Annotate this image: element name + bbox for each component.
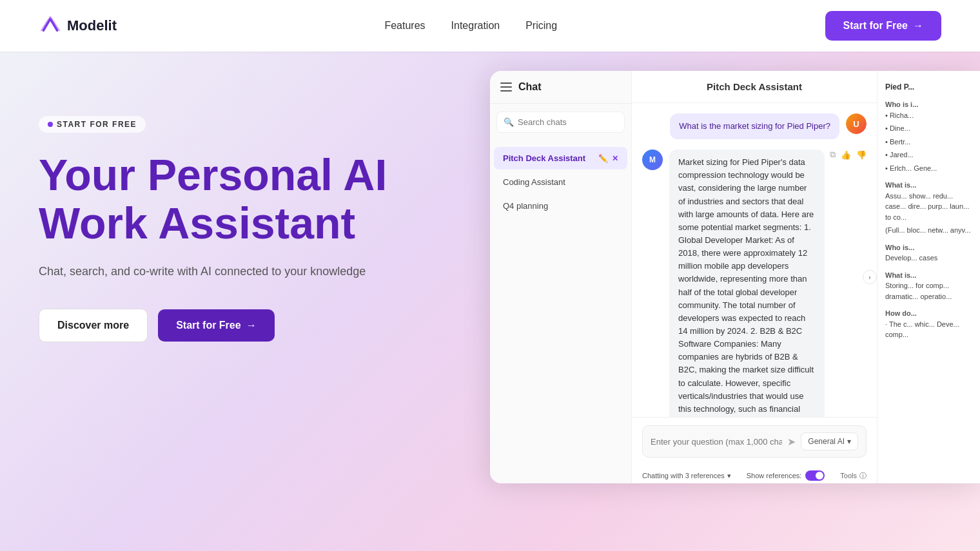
- right-panel-content3: Develop... cases: [885, 253, 972, 264]
- chat-item-q4[interactable]: Q4 planning: [494, 195, 627, 217]
- chat-main-header: Pitch Deck Assistant: [632, 71, 877, 103]
- message-actions: ⧉ 👍 👎: [830, 150, 867, 160]
- chat-widget: Chat 🔍 Pitch Deck Assistant ✏️ ✕ Coding …: [490, 71, 980, 483]
- right-panel-bullet4: • Jared...: [885, 150, 972, 160]
- user-avatar: U: [846, 113, 867, 134]
- thumbs-up-icon[interactable]: 👍: [841, 150, 851, 160]
- right-panel-bullet5: • Erlch... Gene...: [885, 163, 972, 174]
- chat-item-coding[interactable]: Coding Assistant: [494, 171, 627, 193]
- nav-integration[interactable]: Integration: [451, 20, 500, 32]
- copy-icon[interactable]: ⧉: [830, 150, 836, 160]
- chat-references: Chatting with 3 references ▾: [642, 472, 731, 480]
- nav-pricing[interactable]: Pricing: [525, 20, 557, 32]
- right-panel-content2: Assu... show... redu... case... dire... …: [885, 191, 972, 223]
- references-toggle[interactable]: [805, 470, 825, 481]
- hero-section: START FOR FREE Your Personal AI Work Ass…: [0, 52, 980, 551]
- right-panel-content2b: (Full... bloc... netw... anyv...: [885, 225, 972, 236]
- right-panel-section5: How do...: [885, 308, 972, 319]
- chat-footer: Chatting with 3 references ▾ Show refere…: [632, 465, 877, 483]
- hero-title: Your Personal AI Work Assistant: [39, 151, 490, 247]
- right-panel-title: Pied P...: [885, 81, 972, 93]
- nav-links: Features Integration Pricing: [384, 20, 557, 32]
- edit-icon[interactable]: ✏️: [598, 154, 608, 163]
- menu-icon[interactable]: [500, 82, 512, 92]
- chat-input[interactable]: [651, 437, 782, 447]
- right-panel-section3: Who is...: [885, 242, 972, 253]
- thumbs-down-icon[interactable]: 👎: [856, 150, 867, 160]
- sidebar-chat-title: Chat: [518, 81, 542, 93]
- chat-list: Pitch Deck Assistant ✏️ ✕ Coding Assista…: [490, 140, 631, 224]
- chat-search: 🔍: [496, 111, 625, 133]
- badge-dot: [48, 122, 53, 127]
- chat-main: Pitch Deck Assistant What is the market …: [632, 71, 877, 483]
- start-free-button[interactable]: Start for Free →: [158, 309, 274, 342]
- toggle-dot: [816, 472, 823, 479]
- ai-message-row: M Market sizing for Pied Piper's data co…: [642, 150, 867, 417]
- right-panel-section1: Who is i...: [885, 99, 972, 110]
- chat-input-area: ➤ General AI ▾: [632, 417, 877, 465]
- chat-sidebar: Chat 🔍 Pitch Deck Assistant ✏️ ✕ Coding …: [490, 71, 632, 483]
- search-input[interactable]: [518, 117, 618, 127]
- navbar: Modelit Features Integration Pricing Sta…: [0, 0, 980, 52]
- hero-buttons: Discover more Start for Free →: [39, 309, 490, 342]
- right-panel-content4: Storing... for comp... dramatic... opera…: [885, 280, 972, 302]
- hero-badge: START FOR FREE: [39, 116, 146, 133]
- nav-features[interactable]: Features: [384, 20, 425, 32]
- logo[interactable]: Modelit: [39, 14, 117, 37]
- right-panel-section4: What is...: [885, 270, 972, 281]
- right-panel-bullet3: • Bertr...: [885, 137, 972, 148]
- close-icon[interactable]: ✕: [612, 154, 618, 163]
- hero-left: START FOR FREE Your Personal AI Work Ass…: [39, 90, 490, 342]
- right-panel: › Pied P... Who is i... • Richa... • Din…: [877, 71, 980, 483]
- user-message-bubble: What is the market sizing for Pied Piper…: [670, 113, 839, 139]
- chat-input-row: ➤ General AI ▾: [642, 425, 867, 458]
- show-references: Show references:: [747, 470, 825, 481]
- discover-more-button[interactable]: Discover more: [39, 309, 148, 342]
- chat-sidebar-header: Chat: [490, 71, 631, 104]
- user-message-row: What is the market sizing for Pied Piper…: [642, 113, 867, 139]
- logo-text: Modelit: [67, 17, 117, 34]
- right-panel-content5: · The c... whic... Deve... comp...: [885, 319, 972, 340]
- nav-cta-button[interactable]: Start for Free →: [825, 11, 941, 41]
- model-select[interactable]: General AI ▾: [801, 432, 858, 450]
- search-icon: 🔍: [504, 117, 514, 127]
- send-icon[interactable]: ➤: [787, 436, 796, 448]
- hero-subtitle: Chat, search, and co-write with AI conne…: [39, 263, 490, 280]
- chat-messages: What is the market sizing for Pied Piper…: [632, 103, 877, 417]
- ai-message-bubble: Market sizing for Pied Piper's data comp…: [669, 150, 825, 417]
- right-panel-section2: What is...: [885, 180, 972, 191]
- chat-item-pitch-deck[interactable]: Pitch Deck Assistant ✏️ ✕: [494, 147, 627, 169]
- logo-icon: [39, 14, 62, 37]
- right-panel-bullet1: • Richa...: [885, 110, 972, 121]
- tools-button[interactable]: Tools ⓘ: [840, 471, 867, 481]
- ai-avatar: M: [642, 150, 663, 170]
- right-panel-bullet2: • Dine...: [885, 123, 972, 134]
